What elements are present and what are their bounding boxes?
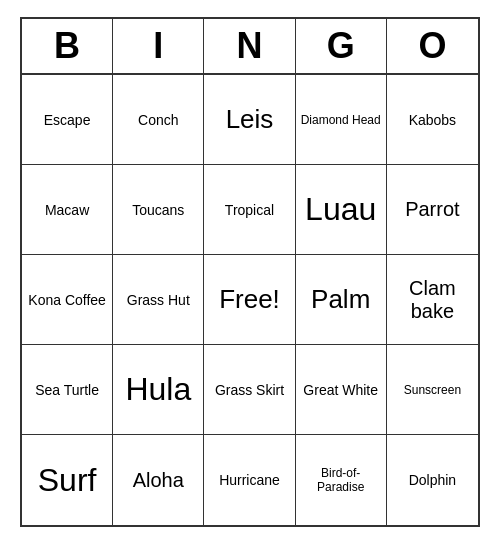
bingo-cell: Bird-of-Paradise [296,435,387,525]
bingo-cell: Sunscreen [387,345,478,435]
bingo-cell: Clam bake [387,255,478,345]
bingo-cell: Palm [296,255,387,345]
bingo-cell: Aloha [113,435,204,525]
bingo-cell: Parrot [387,165,478,255]
bingo-cell: Free! [204,255,295,345]
bingo-cell: Hurricane [204,435,295,525]
bingo-cell: Grass Skirt [204,345,295,435]
header-letter: G [296,19,387,73]
bingo-cell: Diamond Head [296,75,387,165]
bingo-cell: Sea Turtle [22,345,113,435]
bingo-cell: Grass Hut [113,255,204,345]
bingo-cell: Conch [113,75,204,165]
bingo-cell: Luau [296,165,387,255]
bingo-cell: Kabobs [387,75,478,165]
bingo-cell: Tropical [204,165,295,255]
bingo-cell: Toucans [113,165,204,255]
header-letter: O [387,19,478,73]
bingo-cell: Leis [204,75,295,165]
bingo-cell: Great White [296,345,387,435]
header-letter: N [204,19,295,73]
bingo-grid: EscapeConchLeisDiamond HeadKabobsMacawTo… [22,75,478,525]
bingo-cell: Surf [22,435,113,525]
bingo-header: BINGO [22,19,478,75]
header-letter: I [113,19,204,73]
bingo-cell: Kona Coffee [22,255,113,345]
header-letter: B [22,19,113,73]
bingo-cell: Hula [113,345,204,435]
bingo-cell: Macaw [22,165,113,255]
bingo-cell: Escape [22,75,113,165]
bingo-card: BINGO EscapeConchLeisDiamond HeadKabobsM… [20,17,480,527]
bingo-cell: Dolphin [387,435,478,525]
